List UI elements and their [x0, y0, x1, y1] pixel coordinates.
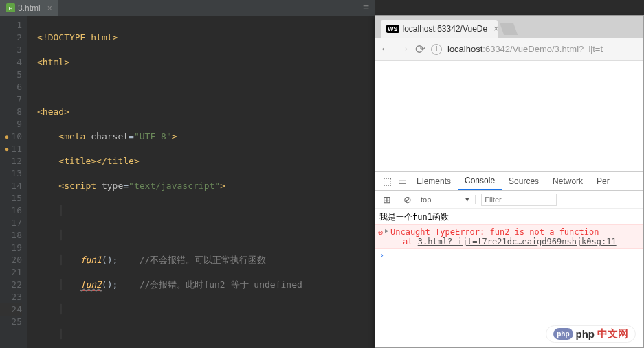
error-icon: ⊗	[378, 228, 383, 237]
code-token: fun2	[80, 279, 102, 290]
console-log-line: 我是一个fun1函数	[375, 210, 643, 224]
console-message: 我是一个fun1函数	[379, 211, 449, 223]
tab-console[interactable]: Console	[458, 172, 502, 190]
file-tab-label: 3.html	[18, 3, 41, 13]
tab-network[interactable]: Network	[546, 172, 590, 190]
code-token: html	[43, 57, 64, 67]
info-icon[interactable]: i	[431, 44, 442, 55]
context-label: top	[421, 196, 431, 204]
console-prompt[interactable]: ›	[375, 249, 643, 262]
watermark-text: 中文网	[597, 327, 628, 340]
browser-tab[interactable]: WS localhost:63342/VueDe ×	[381, 20, 498, 38]
code-token: script	[64, 181, 96, 191]
browser-tab-strip: WS localhost:63342/VueDe ×	[375, 16, 643, 38]
console-sidebar-icon[interactable]: ⊞	[379, 194, 395, 205]
chevron-down-icon: ▾	[465, 195, 469, 204]
console-error-line: ⊗ ▶ Uncaught TypeError: fun2 is not a fu…	[375, 224, 643, 249]
code-token: !DOCTYPE html	[43, 32, 113, 43]
back-icon[interactable]: ←	[379, 42, 392, 56]
webstorm-favicon-icon: WS	[386, 25, 399, 33]
watermark-badge: php php中文网	[546, 325, 636, 343]
ide-editor: H 3.html × ≡ 123456789101112131415161718…	[0, 0, 375, 348]
devtools-panel: ⬚ ▭ Elements Console Sources Network Per…	[375, 171, 643, 347]
tab-performance[interactable]: Per	[590, 172, 617, 190]
hamburger-icon[interactable]: ≡	[357, 2, 375, 14]
new-tab-button[interactable]	[500, 23, 518, 35]
url-display[interactable]: localhost:63342/VueDemo/3.html?_ijt=t	[447, 44, 603, 54]
error-at: at	[403, 237, 418, 246]
clear-console-icon[interactable]: ⊘	[400, 194, 415, 205]
code-token: UTF-8	[140, 131, 166, 141]
error-source-link[interactable]: 3.html?_ijt=t7re21dc…eaigd969nshjk0sg:11	[418, 237, 617, 246]
filter-input[interactable]	[481, 194, 557, 206]
code-token: type	[102, 181, 123, 191]
code-comment: //会报错。此时fun2 等于 undefined	[140, 279, 302, 290]
url-host: localhost	[447, 44, 482, 54]
code-token: title	[107, 156, 134, 166]
error-message: Uncaught TypeError: fun2 is not a functi…	[390, 227, 599, 237]
html-file-icon: H	[5, 3, 15, 13]
console-toolbar: ⊞ ⊘ top▾	[375, 191, 643, 209]
browser-tab-title: localhost:63342/VueDe	[403, 24, 488, 34]
code-token: text/javascript	[134, 181, 214, 191]
close-icon[interactable]: ×	[47, 3, 52, 13]
address-bar: ← → ⟳ i localhost:63342/VueDemo/3.html?_…	[375, 38, 643, 61]
file-tab[interactable]: H 3.html ×	[0, 0, 58, 16]
watermark-text: php	[576, 328, 595, 340]
tab-sources[interactable]: Sources	[502, 172, 546, 190]
editor-body: 1234567891011121314151617181920212223242…	[0, 16, 375, 348]
editor-tab-bar: H 3.html × ≡	[0, 0, 375, 16]
tab-elements[interactable]: Elements	[410, 172, 458, 190]
code-area[interactable]: <!DOCTYPE html> <html> <head> <meta char…	[27, 16, 375, 348]
code-comment: //不会报错。可以正常执行函数	[140, 255, 267, 265]
reload-icon[interactable]: ⟳	[415, 42, 425, 57]
expand-icon[interactable]: ▶	[385, 227, 388, 234]
php-logo-icon: php	[553, 328, 573, 340]
svg-text:H: H	[8, 5, 12, 12]
context-selector[interactable]: top▾	[421, 195, 476, 204]
inspect-icon[interactable]: ⬚	[379, 176, 395, 187]
code-token: charset	[91, 131, 129, 141]
device-icon[interactable]: ▭	[395, 176, 410, 187]
devtools-tabs: ⬚ ▭ Elements Console Sources Network Per	[375, 172, 643, 191]
browser-window: WS localhost:63342/VueDe × ← → ⟳ i local…	[375, 15, 644, 348]
close-icon[interactable]: ×	[493, 24, 498, 34]
forward-icon[interactable]: →	[397, 42, 410, 56]
code-token: meta	[64, 131, 85, 141]
code-token: title	[64, 156, 91, 166]
line-gutter: 1234567891011121314151617181920212223242…	[0, 16, 27, 348]
url-path: :63342/VueDemo/3.html?_ijt=t	[482, 44, 603, 54]
code-token: fun1	[80, 255, 102, 265]
code-token: head	[43, 106, 64, 117]
